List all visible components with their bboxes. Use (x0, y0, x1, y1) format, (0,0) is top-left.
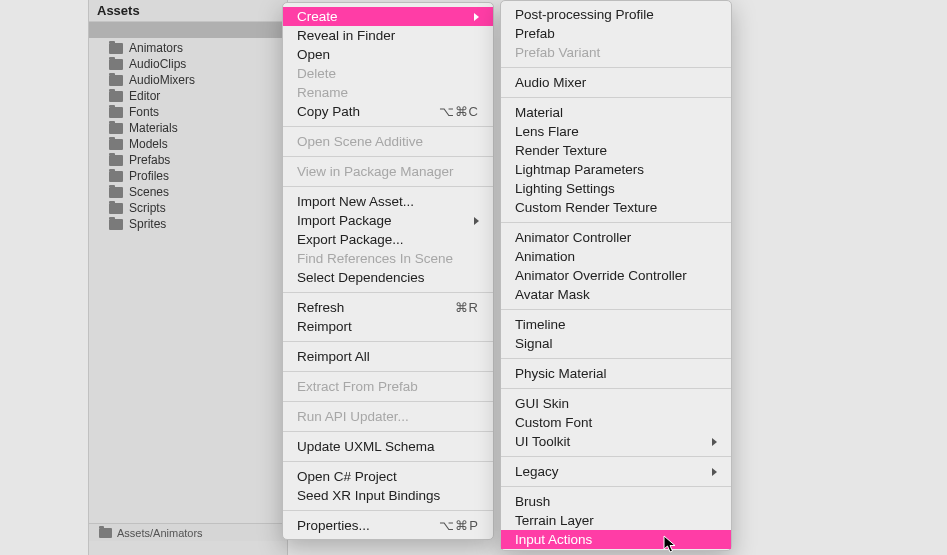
folder-icon (109, 91, 123, 102)
menu-item: Prefab Variant (501, 43, 731, 62)
menu-item[interactable]: Refresh⌘R (283, 298, 493, 317)
menu-item-label: Create (297, 9, 338, 24)
chevron-right-icon (709, 438, 717, 446)
menu-item[interactable]: Physic Material (501, 364, 731, 383)
menu-item[interactable]: Avatar Mask (501, 285, 731, 304)
folder-item[interactable]: Scenes (89, 184, 287, 200)
folder-icon (109, 75, 123, 86)
menu-item-label: Import Package (297, 213, 392, 228)
folder-item[interactable]: Scripts (89, 200, 287, 216)
chevron-right-icon (471, 217, 479, 225)
menu-item[interactable]: Render Texture (501, 141, 731, 160)
menu-item[interactable]: GUI Skin (501, 394, 731, 413)
menu-item[interactable]: Open (283, 45, 493, 64)
menu-item[interactable]: Reimport (283, 317, 493, 336)
menu-item[interactable]: Material (501, 103, 731, 122)
menu-item[interactable]: Reimport All (283, 347, 493, 366)
menu-item[interactable]: Animator Override Controller (501, 266, 731, 285)
menu-item[interactable]: Custom Font (501, 413, 731, 432)
folder-item[interactable]: Profiles (89, 168, 287, 184)
folder-label: Models (129, 137, 168, 151)
menu-item-label: Physic Material (515, 366, 607, 381)
menu-item[interactable]: Lightmap Parameters (501, 160, 731, 179)
menu-item-label: Timeline (515, 317, 566, 332)
menu-separator (283, 431, 493, 432)
menu-item[interactable]: Terrain Layer (501, 511, 731, 530)
menu-item[interactable]: Animator Controller (501, 228, 731, 247)
menu-item-label: Open C# Project (297, 469, 397, 484)
menu-item-label: Refresh (297, 300, 344, 315)
menu-item-label: Seed XR Input Bindings (297, 488, 440, 503)
menu-item[interactable]: Export Package... (283, 230, 493, 249)
folder-item[interactable]: Fonts (89, 104, 287, 120)
menu-item[interactable]: Legacy (501, 462, 731, 481)
menu-item-label: Prefab (515, 26, 555, 41)
folder-item[interactable]: Animators (89, 40, 287, 56)
assets-context-menu[interactable]: CreateReveal in FinderOpenDeleteRenameCo… (282, 2, 494, 540)
menu-item-label: View in Package Manager (297, 164, 454, 179)
menu-item[interactable]: Seed XR Input Bindings (283, 486, 493, 505)
folder-label: AudioMixers (129, 73, 195, 87)
folder-icon (109, 155, 123, 166)
folder-item[interactable]: Models (89, 136, 287, 152)
menu-separator (501, 309, 731, 310)
folder-item[interactable]: Materials (89, 120, 287, 136)
folder-label: Editor (129, 89, 160, 103)
menu-item[interactable]: Create (283, 7, 493, 26)
menu-item[interactable]: Custom Render Texture (501, 198, 731, 217)
menu-item-label: Update UXML Schema (297, 439, 435, 454)
menu-item-label: Input Actions (515, 532, 592, 547)
menu-item-label: Properties... (297, 518, 370, 533)
menu-separator (501, 358, 731, 359)
create-submenu[interactable]: Post-processing ProfilePrefabPrefab Vari… (500, 0, 732, 551)
menu-separator (283, 341, 493, 342)
menu-item[interactable]: Timeline (501, 315, 731, 334)
menu-item[interactable]: Animation (501, 247, 731, 266)
folder-item[interactable]: Prefabs (89, 152, 287, 168)
menu-item[interactable]: Open C# Project (283, 467, 493, 486)
menu-separator (501, 486, 731, 487)
menu-item[interactable]: Update UXML Schema (283, 437, 493, 456)
menu-item-label: Terrain Layer (515, 513, 594, 528)
folder-item[interactable]: AudioMixers (89, 72, 287, 88)
menu-item-label: Open (297, 47, 330, 62)
folder-item[interactable]: AudioClips (89, 56, 287, 72)
menu-item[interactable]: Copy Path⌥⌘C (283, 102, 493, 121)
menu-shortcut: ⌥⌘C (439, 104, 479, 119)
menu-item[interactable]: UI Toolkit (501, 432, 731, 451)
menu-item[interactable]: Lens Flare (501, 122, 731, 141)
menu-item-label: Copy Path (297, 104, 360, 119)
menu-item[interactable]: Audio Mixer (501, 73, 731, 92)
menu-item[interactable]: Prefab (501, 24, 731, 43)
menu-shortcut: ⌘R (455, 300, 479, 315)
menu-separator (501, 388, 731, 389)
menu-item-label: UI Toolkit (515, 434, 570, 449)
folder-label: Profiles (129, 169, 169, 183)
menu-item[interactable]: Brush (501, 492, 731, 511)
assets-selection-strip (89, 22, 287, 38)
folder-item[interactable]: Sprites (89, 216, 287, 232)
menu-item-label: Material (515, 105, 563, 120)
menu-item-label: Custom Font (515, 415, 592, 430)
menu-item: Run API Updater... (283, 407, 493, 426)
menu-item[interactable]: Lighting Settings (501, 179, 731, 198)
menu-item[interactable]: Post-processing Profile (501, 5, 731, 24)
menu-item: Rename (283, 83, 493, 102)
menu-item-label: Animator Controller (515, 230, 631, 245)
folder-label: AudioClips (129, 57, 186, 71)
menu-item[interactable]: Input Actions (501, 530, 731, 549)
folder-item[interactable]: Editor (89, 88, 287, 104)
menu-item[interactable]: Reveal in Finder (283, 26, 493, 45)
menu-separator (283, 510, 493, 511)
folder-icon (109, 43, 123, 54)
menu-item[interactable]: Select Dependencies (283, 268, 493, 287)
menu-item[interactable]: Import New Asset... (283, 192, 493, 211)
folder-label: Prefabs (129, 153, 170, 167)
menu-item-label: Legacy (515, 464, 559, 479)
menu-item[interactable]: Signal (501, 334, 731, 353)
menu-item[interactable]: Import Package (283, 211, 493, 230)
folder-label: Sprites (129, 217, 166, 231)
folder-label: Materials (129, 121, 178, 135)
menu-item[interactable]: Properties...⌥⌘P (283, 516, 493, 535)
menu-separator (283, 126, 493, 127)
